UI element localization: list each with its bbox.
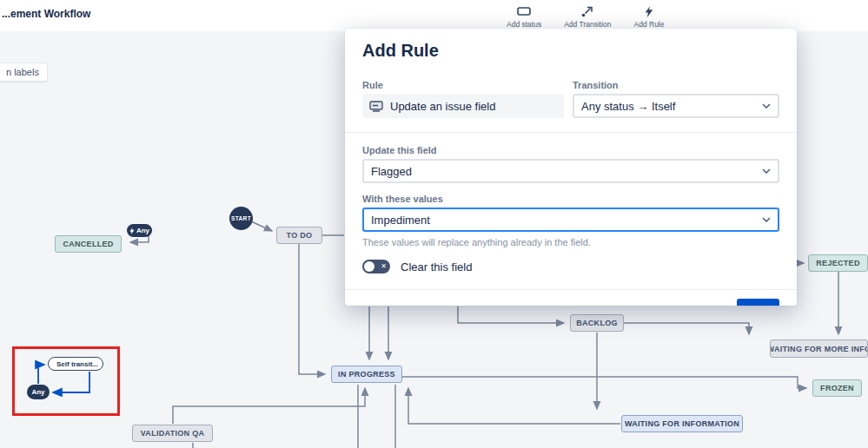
cancel-button[interactable]: Cancel (677, 299, 729, 306)
start-node[interactable]: START (229, 207, 253, 230)
chevron-down-icon (762, 217, 771, 222)
lightning-icon (642, 5, 656, 17)
add-transition-button[interactable]: Add Transition (564, 5, 611, 29)
selected-rule[interactable]: Update an issue field (362, 94, 564, 118)
add-rule-modal: Add Rule Rule Update an issue field Tran… (345, 29, 797, 306)
toggle-knob (364, 261, 374, 272)
values-helper-text: These values will replace anything alrea… (362, 237, 779, 247)
update-field-icon (369, 101, 383, 112)
rule-field-label: Rule (362, 80, 564, 90)
update-field-value: Flagged (371, 165, 412, 178)
status-icon (517, 5, 531, 17)
status-node-validation-qa[interactable]: VALIDATION QA (132, 425, 213, 442)
modal-title: Add Rule (362, 41, 779, 61)
chevron-down-icon (762, 103, 771, 109)
chevron-down-icon (762, 168, 771, 174)
lightning-icon (129, 227, 135, 234)
transition-icon (580, 5, 594, 17)
update-field-select[interactable]: Flagged (362, 159, 779, 183)
workflow-title: ...ement Workflow (2, 8, 90, 20)
modal-divider (345, 132, 797, 133)
clear-field-label: Clear this field (401, 260, 472, 273)
status-node-waiting-more-info[interactable]: WAITING FOR MORE INFO (770, 339, 868, 358)
status-node-frozen[interactable]: FROZEN (812, 379, 862, 397)
update-field-label: Update this field (362, 145, 779, 155)
values-field-label: With these values (362, 194, 779, 204)
selected-rule-label: Update an issue field (390, 100, 495, 113)
any-status-node[interactable]: Any (27, 385, 50, 399)
status-node-rejected[interactable]: REJECTED (808, 254, 868, 272)
back-button[interactable]: Back (362, 299, 388, 306)
transition-select[interactable]: Any status → Itself (573, 94, 779, 118)
transition-field-label: Transition (573, 80, 779, 90)
clear-field-toggle[interactable]: ✕ (362, 260, 390, 273)
values-select[interactable]: Impediment (362, 208, 779, 232)
add-rule-button[interactable]: Add Rule (634, 5, 665, 29)
self-transition-pill[interactable]: Self transit... (48, 357, 103, 371)
status-node-waiting-for-information[interactable]: WAITING FOR INFORMATION (621, 415, 743, 432)
transition-labels-toggle[interactable]: n labels (0, 63, 48, 82)
status-node-in-progress[interactable]: IN PROGRESS (331, 366, 402, 383)
status-node-cancelled[interactable]: CANCELLED (55, 235, 122, 253)
add-status-button[interactable]: Add status (507, 5, 541, 29)
transition-select-value: Any status → Itself (581, 100, 675, 113)
header-toolbar: Add status Add Transition Add Rule (507, 5, 664, 29)
toggle-off-x-icon: ✕ (381, 260, 387, 273)
values-select-value: Impediment (371, 214, 430, 227)
add-button[interactable]: Add (737, 299, 779, 306)
app-header: ...ement Workflow Add status Add Transit… (0, 0, 868, 31)
status-node-todo[interactable]: TO DO (276, 227, 322, 244)
any-transition-badge[interactable]: Any (127, 224, 152, 237)
status-node-backlog[interactable]: BACKLOG (570, 314, 624, 332)
